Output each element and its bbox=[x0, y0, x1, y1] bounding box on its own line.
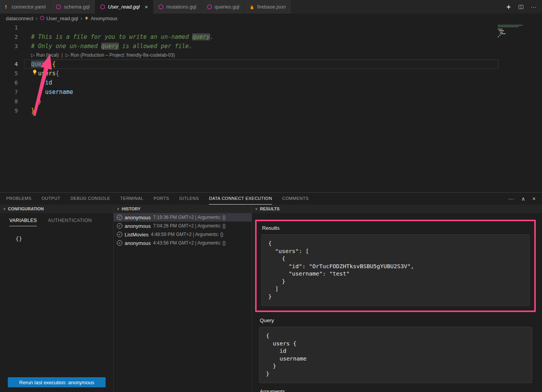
breadcrumb-item-file[interactable]: User_read.gql bbox=[47, 16, 78, 21]
editor-line-8[interactable]: 8 } bbox=[0, 97, 542, 106]
editor-actions: ··· bbox=[506, 0, 542, 14]
tab-schema-gql[interactable]: schema.gql bbox=[51, 0, 95, 14]
history-item-name: anonymous bbox=[125, 223, 151, 229]
tab-label: connector.yaml bbox=[12, 4, 45, 10]
run-local-label: Run (local) bbox=[36, 51, 59, 59]
tab-mutations-gql[interactable]: mutations.gql bbox=[153, 0, 202, 14]
vscode-window: ! connector.yaml schema.gql User_read.gq… bbox=[0, 0, 542, 392]
breadcrumb-item-anonymous[interactable]: Anonymous bbox=[91, 16, 118, 21]
data-connect-execution-view: ∨ CONFIGURATION VARIABLES AUTHENTICATION… bbox=[0, 205, 542, 392]
editor-line-2[interactable]: 2 # This is a file for you to write an u… bbox=[0, 32, 542, 42]
close-panel-icon[interactable]: × bbox=[532, 196, 536, 201]
history-item[interactable]: ✓ anonymous 7:19:36 PM GMT+2 | Arguments… bbox=[114, 213, 252, 222]
history-item[interactable]: ✓ ListMovies 4:48:59 PM GMT+2 | Argument… bbox=[114, 230, 252, 239]
more-actions-icon[interactable]: ··· bbox=[531, 3, 537, 10]
check-circle-icon: ✓ bbox=[117, 232, 122, 237]
configuration-pane: ∨ CONFIGURATION VARIABLES AUTHENTICATION… bbox=[0, 205, 114, 392]
panel-tab-output[interactable]: OUTPUT bbox=[42, 193, 60, 205]
tab-connector-yaml[interactable]: ! connector.yaml bbox=[0, 0, 51, 14]
tab-user-read-gql[interactable]: User_read.gql × bbox=[95, 0, 153, 14]
tab-label: queries.gql bbox=[215, 4, 240, 10]
panel-tab-problems[interactable]: PROBLEMS bbox=[6, 193, 31, 205]
history-item[interactable]: ✓ anonymous 4:43:58 PM GMT+2 | Arguments… bbox=[114, 239, 252, 247]
line-number: 6 bbox=[0, 78, 24, 87]
rerun-last-execution-button[interactable]: Rerun last execution: anonymous bbox=[8, 377, 106, 387]
copilot-sparkle-icon[interactable] bbox=[506, 4, 511, 10]
line-number: 4 bbox=[0, 59, 24, 69]
line-number: 7 bbox=[0, 87, 24, 97]
tab-queries-gql[interactable]: queries.gql bbox=[202, 0, 245, 14]
graphql-icon bbox=[207, 4, 212, 10]
code-line: id bbox=[24, 78, 52, 87]
tab-firebase-json[interactable]: firebase.json bbox=[245, 0, 291, 14]
maximize-panel-icon[interactable]: ∧ bbox=[521, 196, 526, 201]
editor-line-1[interactable]: 1 bbox=[0, 23, 542, 32]
panel-tab-debug-console[interactable]: DEBUG CONSOLE bbox=[70, 193, 110, 205]
editor-line-9[interactable]: 9 } bbox=[0, 106, 542, 115]
configuration-header-label: CONFIGURATION bbox=[8, 206, 44, 211]
more-actions-icon[interactable]: ··· bbox=[508, 196, 514, 201]
query-code: { users { id username } } bbox=[259, 327, 532, 383]
lightbulb-icon[interactable] bbox=[32, 69, 37, 76]
panel-tab-data-connect-execution[interactable]: DATA CONNECT EXECUTION bbox=[209, 193, 272, 205]
tab-variables[interactable]: VARIABLES bbox=[9, 218, 37, 226]
minimap[interactable] bbox=[493, 23, 542, 192]
close-tab-icon[interactable]: × bbox=[145, 4, 148, 10]
chevron-down-icon: ∨ bbox=[3, 207, 6, 211]
editor-line-5[interactable]: 5 users{ bbox=[0, 69, 542, 78]
results-annotation-highlight: Results { "users": [ { "id": "OrTucFODZH… bbox=[255, 220, 536, 312]
query-section-label: Query bbox=[260, 317, 532, 323]
editor-tab-bar: ! connector.yaml schema.gql User_read.gq… bbox=[0, 0, 542, 14]
history-header[interactable]: ∨ HISTORY bbox=[114, 205, 252, 213]
split-editor-icon[interactable] bbox=[518, 4, 524, 10]
arguments-section: Arguments {} bbox=[259, 389, 532, 392]
chevron-right-icon: › bbox=[80, 15, 82, 21]
line-number: 8 bbox=[0, 97, 24, 106]
query-section: Query { users { id username } } bbox=[259, 317, 532, 383]
line-number: 1 bbox=[0, 23, 24, 32]
code-line: # This is a file for you to write an un-… bbox=[24, 32, 214, 42]
configuration-tabs: VARIABLES AUTHENTICATION bbox=[0, 213, 113, 226]
play-icon: ▷ bbox=[65, 51, 69, 59]
code-line: users{ bbox=[24, 69, 59, 78]
tab-label: schema.gql bbox=[64, 4, 89, 10]
code-editor[interactable]: 1 2 # This is a file for you to write an… bbox=[0, 23, 542, 192]
results-header[interactable]: ∨ RESULTS bbox=[252, 205, 542, 213]
history-item[interactable]: ✓ anonymous 7:04:26 PM GMT+2 | Arguments… bbox=[114, 222, 252, 230]
run-production-link[interactable]: ▷Run (Production – Project: friendly-fli… bbox=[65, 51, 175, 59]
code-line: username bbox=[24, 87, 73, 97]
panel-tab-ports[interactable]: PORTS bbox=[153, 193, 169, 205]
configuration-header[interactable]: ∨ CONFIGURATION bbox=[0, 205, 113, 213]
history-pane: ∨ HISTORY ✓ anonymous 7:19:36 PM GMT+2 |… bbox=[114, 205, 252, 392]
history-item-name: anonymous bbox=[125, 215, 151, 220]
graphql-icon bbox=[56, 4, 61, 10]
tab-label: User_read.gql bbox=[108, 4, 140, 10]
editor-line-6[interactable]: 6 id bbox=[0, 78, 542, 87]
editor-line-4[interactable]: 4 query { bbox=[0, 59, 542, 69]
results-header-label: RESULTS bbox=[260, 206, 280, 211]
tab-label: firebase.json bbox=[257, 4, 286, 10]
tab-authentication[interactable]: AUTHENTICATION bbox=[48, 218, 92, 226]
graphql-icon bbox=[158, 4, 163, 10]
run-local-link[interactable]: ▷Run (local) bbox=[31, 51, 59, 59]
editor-line-7[interactable]: 7 username bbox=[0, 87, 542, 97]
code-line: query { bbox=[24, 59, 56, 69]
firebase-icon bbox=[250, 4, 254, 10]
results-scroll-area: Results { "users": [ { "id": "OrTucFODZH… bbox=[252, 213, 542, 392]
history-item-meta: 7:19:36 PM GMT+2 | Arguments: {} bbox=[153, 215, 226, 220]
graphql-icon bbox=[40, 16, 44, 21]
line-number: 2 bbox=[0, 32, 24, 42]
line-number: 5 bbox=[0, 69, 24, 78]
variables-editor[interactable]: {} bbox=[16, 236, 113, 242]
codelens-divider: | bbox=[61, 51, 63, 59]
panel-tab-gitlens[interactable]: GITLENS bbox=[179, 193, 199, 205]
history-item-meta: 4:48:59 PM GMT+2 | Arguments: {} bbox=[151, 232, 223, 237]
breadcrumb: dataconnect › User_read.gql › Anonymous bbox=[0, 14, 542, 23]
breadcrumb-item-dataconnect[interactable]: dataconnect bbox=[6, 16, 33, 21]
results-json: { "users": [ { "id": "OrTucFODZHTksvBSBU… bbox=[261, 234, 530, 306]
editor-line-3[interactable]: 3 # Only one un-named query is allowed p… bbox=[0, 42, 542, 51]
panel-tab-comments[interactable]: COMMENTS bbox=[282, 193, 309, 205]
bottom-panel: PROBLEMS OUTPUT DEBUG CONSOLE TERMINAL P… bbox=[0, 192, 542, 392]
panel-tab-terminal[interactable]: TERMINAL bbox=[120, 193, 144, 205]
results-pane: ∨ RESULTS Results { "users": [ { "id": "… bbox=[252, 205, 542, 392]
